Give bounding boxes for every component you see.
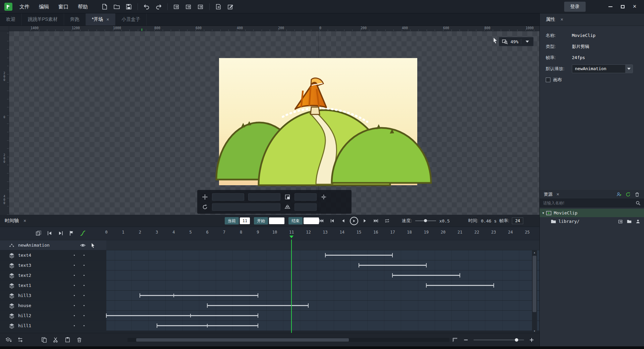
transform-input[interactable]: [248, 193, 280, 201]
start-frame-input[interactable]: [269, 217, 284, 224]
frame-number[interactable]: 20: [438, 230, 448, 235]
visibility-dot[interactable]: [74, 315, 75, 316]
frame-number[interactable]: 16: [371, 230, 381, 235]
visibility-dot[interactable]: [74, 275, 75, 276]
frame-number[interactable]: 18: [405, 230, 415, 235]
scale-icon[interactable]: [284, 194, 290, 200]
asset-search-input[interactable]: 请输入名称!: [540, 199, 644, 207]
zoom-out-icon[interactable]: [463, 337, 469, 343]
add-layer-icon[interactable]: [5, 337, 12, 343]
layer-track[interactable]: [106, 240, 539, 250]
lock-dot[interactable]: [84, 255, 85, 256]
layer-label[interactable]: text3: [0, 260, 106, 270]
frame-number[interactable]: 17: [387, 230, 397, 235]
loop-button[interactable]: [383, 216, 391, 225]
eye-icon[interactable]: [80, 242, 86, 248]
menu-item-window[interactable]: 窗口: [54, 0, 73, 13]
speed-slider-knob[interactable]: [424, 219, 427, 222]
visibility-dot[interactable]: [74, 285, 75, 286]
maximize-button[interactable]: [616, 2, 629, 12]
frame-span[interactable]: [325, 255, 393, 256]
playhead-line[interactable]: [291, 240, 292, 333]
flip-icon[interactable]: [284, 204, 290, 210]
frame-span[interactable]: [426, 285, 494, 286]
tab-2[interactable]: 跳跳羊PS素材: [22, 13, 64, 26]
search-icon[interactable]: [635, 200, 641, 206]
menu-item-help[interactable]: 帮助: [73, 0, 93, 13]
frame-number[interactable]: 24: [505, 230, 516, 235]
frame-number[interactable]: 2: [135, 230, 145, 235]
frame-import-icon[interactable]: [173, 3, 180, 10]
export-icon[interactable]: [215, 3, 222, 10]
transform-input[interactable]: [212, 203, 280, 211]
frame-number[interactable]: 21: [455, 230, 465, 235]
rotate-icon[interactable]: [202, 204, 208, 210]
ruler-corner-icon[interactable]: [452, 337, 458, 343]
visibility-dot[interactable]: [74, 255, 75, 256]
timeline-close-icon[interactable]: ×: [23, 218, 26, 223]
canvas-viewport[interactable]: 49%: [9, 31, 539, 215]
vscrollbar-thumb[interactable]: [533, 256, 536, 312]
cut-icon[interactable]: [53, 337, 59, 343]
frame-span[interactable]: [157, 325, 258, 326]
cursor-icon[interactable]: [90, 242, 96, 248]
save-icon[interactable]: [125, 3, 132, 10]
hscrollbar-thumb[interactable]: [136, 338, 349, 342]
onion-skin-icon[interactable]: [36, 230, 42, 236]
frame-number[interactable]: 9: [253, 230, 263, 235]
frame-number[interactable]: 12: [303, 230, 313, 235]
expander-icon[interactable]: ▾: [542, 211, 544, 215]
minimize-button[interactable]: [604, 2, 616, 12]
layer-track[interactable]: [106, 270, 539, 280]
frame-number[interactable]: 10: [270, 230, 280, 235]
play-button[interactable]: [350, 217, 358, 225]
frame-number[interactable]: 0: [101, 230, 111, 235]
visibility-dot[interactable]: [74, 305, 75, 306]
frame-number[interactable]: 14: [337, 230, 347, 235]
layer-label[interactable]: text4: [0, 250, 106, 260]
lock-dot[interactable]: [84, 275, 85, 276]
visibility-dot[interactable]: [74, 295, 75, 296]
lock-dot[interactable]: [84, 285, 85, 286]
zoom-dropdown-button[interactable]: [524, 37, 531, 46]
folder-icon[interactable]: [627, 219, 632, 224]
swap-layer-icon[interactable]: [17, 337, 23, 343]
frame-number[interactable]: 3: [152, 230, 162, 235]
frame-number[interactable]: 8: [236, 230, 246, 235]
zoom-control[interactable]: 49%: [499, 37, 534, 46]
layer-track[interactable]: [106, 281, 539, 290]
close-button[interactable]: ×: [629, 2, 641, 12]
default-play-dropdown[interactable]: newAnimation: [572, 64, 633, 73]
frame-number[interactable]: 15: [354, 230, 364, 235]
zoom-in-icon[interactable]: [529, 337, 535, 343]
layer-label[interactable]: hill2: [0, 311, 106, 320]
layer-label[interactable]: text2: [0, 270, 106, 280]
menu-item-edit[interactable]: 编辑: [34, 0, 54, 13]
canvas-checkbox[interactable]: [546, 78, 550, 82]
fps-input[interactable]: 24: [512, 217, 523, 224]
end-frame-button[interactable]: 结束: [288, 217, 303, 225]
lock-dot[interactable]: [84, 315, 85, 316]
frame-span[interactable]: [359, 265, 426, 266]
scroll-down-icon[interactable]: ▼: [532, 329, 537, 333]
layer-label[interactable]: newAnimation: [0, 240, 106, 250]
easing-icon[interactable]: [80, 230, 86, 236]
frame-number[interactable]: 25: [522, 230, 532, 235]
tab-4[interactable]: *开场×: [86, 13, 116, 26]
current-frame-button[interactable]: 当前: [225, 217, 239, 225]
frame-import3-icon[interactable]: [197, 3, 204, 10]
frame-number[interactable]: 4: [169, 230, 179, 235]
frame-span[interactable]: [140, 295, 258, 296]
menu-item-file[interactable]: 文件: [15, 0, 34, 13]
frame-span[interactable]: [106, 315, 258, 316]
dropdown-arrow-button[interactable]: [625, 65, 633, 73]
frame-number[interactable]: 22: [472, 230, 482, 235]
step-forward-button[interactable]: [361, 216, 369, 225]
layer-track[interactable]: [106, 311, 539, 320]
frame-number[interactable]: 5: [185, 230, 196, 235]
start-frame-button[interactable]: 开始: [254, 217, 268, 225]
step-back-button[interactable]: [339, 216, 347, 225]
paste-icon[interactable]: [64, 337, 71, 343]
current-frame-input[interactable]: 11: [240, 217, 250, 224]
person-add-icon[interactable]: [616, 192, 622, 197]
